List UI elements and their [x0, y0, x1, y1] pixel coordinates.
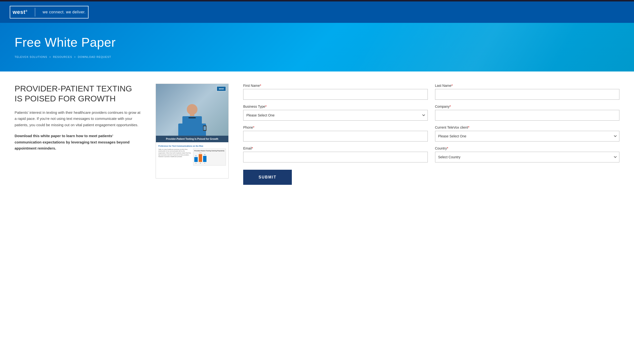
paper-img-top: west	[156, 84, 228, 136]
breadcrumb-current: DOWNLOAD REQUEST	[78, 56, 111, 58]
breadcrumb-televox[interactable]: TELEVOX SOLUTIONS	[14, 56, 47, 58]
registration-form: First Name* Last Name* Business Type*	[243, 84, 620, 185]
header: west® we connect. we deliver.	[0, 2, 634, 23]
company-input[interactable]	[435, 110, 620, 120]
paper-logo-badge: west	[217, 86, 226, 91]
main-content: PROVIDER-PATIENT TEXTING IS POISED FOR G…	[0, 72, 634, 197]
required-star-3: *	[265, 104, 266, 108]
first-name-input[interactable]	[243, 89, 428, 100]
required-star-6: *	[468, 126, 469, 129]
country-select[interactable]: Select Country United States Canada Unit…	[435, 152, 620, 162]
logo: west® we connect. we deliver.	[10, 6, 88, 18]
company-group: Company*	[435, 104, 620, 120]
email-label: Email*	[243, 146, 428, 150]
country-group: Country* Select Country United States Ca…	[435, 146, 620, 162]
phone-label: Phone*	[243, 126, 428, 129]
phone-group: Phone*	[243, 126, 428, 142]
breadcrumb-resources[interactable]: RESOURCES	[53, 56, 72, 58]
article-cta: Download this white paper to learn how t…	[14, 133, 141, 152]
logo-tagline: we connect. we deliver.	[42, 10, 86, 14]
submit-area: SUBMIT	[243, 170, 428, 185]
paper-title-bar: Provider-Patient Texting Is Poised for G…	[156, 136, 228, 142]
breadcrumb: TELEVOX SOLUTIONS > RESOURCES > DOWNLOAD…	[14, 56, 620, 58]
business-type-group: Business Type* Please Select One Hospita…	[243, 104, 428, 120]
email-input[interactable]	[243, 152, 428, 162]
breadcrumb-sep-2: >	[74, 56, 76, 58]
download-form: First Name* Last Name* Business Type*	[243, 84, 620, 185]
required-star-7: *	[252, 146, 253, 150]
last-name-label: Last Name*	[435, 84, 620, 88]
required-star-4: *	[450, 104, 451, 108]
required-star-5: *	[253, 126, 254, 129]
logo-text: west®	[13, 9, 28, 15]
submit-button[interactable]: SUBMIT	[243, 170, 292, 185]
country-label: Country*	[435, 146, 620, 150]
last-name-group: Last Name*	[435, 84, 620, 100]
paper-image: west Provider-Patient Texting Is Poised …	[156, 84, 228, 178]
breadcrumb-sep-1: >	[49, 56, 51, 58]
email-group: Email*	[243, 146, 428, 162]
required-star-8: *	[447, 146, 448, 150]
hero-banner: Free White Paper TELEVOX SOLUTIONS > RES…	[0, 23, 634, 72]
televox-client-label: Current TeleVox client*	[435, 126, 620, 129]
business-type-label: Business Type*	[243, 104, 428, 108]
first-name-group: First Name*	[243, 84, 428, 100]
company-label: Company*	[435, 104, 620, 108]
page-title: Free White Paper	[14, 35, 620, 50]
televox-client-select[interactable]: Please Select One Yes No	[435, 131, 620, 142]
required-star: *	[260, 84, 261, 88]
article-body: Patients' interest in texting with their…	[14, 110, 141, 128]
televox-client-group: Current TeleVox client* Please Select On…	[435, 126, 620, 142]
first-name-label: First Name*	[243, 84, 428, 88]
article-section: PROVIDER-PATIENT TEXTING IS POISED FOR G…	[14, 84, 141, 185]
business-type-select[interactable]: Please Select One Hospital Clinic Pharma…	[243, 110, 428, 120]
paper-body-area: Preference for Text Communications on th…	[156, 142, 228, 178]
required-star-2: *	[451, 84, 452, 88]
phone-input[interactable]	[243, 131, 428, 142]
paper-preview: west Provider-Patient Texting Is Poised …	[156, 84, 228, 185]
article-title: PROVIDER-PATIENT TEXTING IS POISED FOR G…	[14, 84, 141, 104]
last-name-input[interactable]	[435, 89, 620, 100]
